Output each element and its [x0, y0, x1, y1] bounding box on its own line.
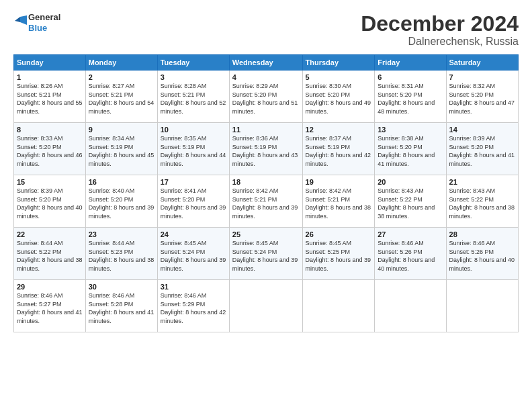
day-info: Sunrise: 8:28 AMSunset: 5:21 PMDaylight:…	[161, 83, 226, 115]
table-row: 26 Sunrise: 8:45 AMSunset: 5:25 PMDaylig…	[302, 228, 375, 280]
svg-marker-1	[15, 17, 20, 22]
table-row	[302, 280, 375, 332]
day-info: Sunrise: 8:29 AMSunset: 5:20 PMDaylight:…	[232, 83, 298, 115]
day-number: 29	[17, 283, 83, 291]
day-number: 14	[449, 126, 515, 134]
table-row	[229, 280, 302, 332]
day-number: 23	[89, 230, 154, 238]
day-info: Sunrise: 8:43 AMSunset: 5:22 PMDaylight:…	[449, 187, 515, 220]
table-row: 19 Sunrise: 8:42 AMSunset: 5:21 PMDaylig…	[302, 175, 375, 228]
table-row: 14 Sunrise: 8:39 AMSunset: 5:20 PMDaylig…	[446, 123, 518, 175]
table-row: 18 Sunrise: 8:42 AMSunset: 5:21 PMDaylig…	[229, 175, 302, 228]
table-row: 25 Sunrise: 8:45 AMSunset: 5:24 PMDaylig…	[229, 228, 302, 280]
day-info: Sunrise: 8:44 AMSunset: 5:22 PMDaylight:…	[17, 240, 83, 272]
table-row: 8 Sunrise: 8:33 AMSunset: 5:20 PMDayligh…	[14, 123, 86, 175]
day-info: Sunrise: 8:46 AMSunset: 5:27 PMDaylight:…	[17, 292, 83, 324]
day-info: Sunrise: 8:30 AMSunset: 5:20 PMDaylight:…	[306, 83, 371, 115]
day-number: 1	[17, 73, 83, 81]
day-info: Sunrise: 8:40 AMSunset: 5:20 PMDaylight:…	[89, 187, 154, 220]
calendar-header-row: Sunday Monday Tuesday Wednesday Thursday…	[14, 55, 519, 71]
table-row: 5 Sunrise: 8:30 AMSunset: 5:20 PMDayligh…	[302, 71, 375, 123]
day-number: 19	[306, 178, 372, 186]
table-row: 31 Sunrise: 8:46 AMSunset: 5:29 PMDaylig…	[157, 280, 229, 332]
col-thursday: Thursday	[302, 55, 375, 71]
table-row	[446, 280, 518, 332]
table-row: 24 Sunrise: 8:45 AMSunset: 5:24 PMDaylig…	[157, 228, 229, 280]
table-row: 6 Sunrise: 8:31 AMSunset: 5:20 PMDayligh…	[375, 71, 446, 123]
table-row	[375, 280, 446, 332]
day-number: 16	[89, 178, 154, 186]
col-monday: Monday	[85, 55, 157, 71]
logo: General Blue	[13, 12, 60, 33]
day-number: 8	[17, 126, 83, 134]
table-row: 13 Sunrise: 8:38 AMSunset: 5:20 PMDaylig…	[375, 123, 446, 175]
table-row: 4 Sunrise: 8:29 AMSunset: 5:20 PMDayligh…	[229, 71, 302, 123]
day-info: Sunrise: 8:41 AMSunset: 5:20 PMDaylight:…	[161, 187, 226, 220]
table-row: 28 Sunrise: 8:46 AMSunset: 5:26 PMDaylig…	[446, 228, 518, 280]
table-row: 27 Sunrise: 8:46 AMSunset: 5:26 PMDaylig…	[375, 228, 446, 280]
day-number: 9	[89, 126, 154, 134]
title-block: December 2024 Dalnerechensk, Russia	[361, 12, 519, 48]
day-info: Sunrise: 8:39 AMSunset: 5:20 PMDaylight:…	[449, 135, 515, 167]
day-info: Sunrise: 8:46 AMSunset: 5:26 PMDaylight:…	[449, 240, 515, 272]
day-info: Sunrise: 8:35 AMSunset: 5:19 PMDaylight:…	[161, 135, 226, 167]
day-info: Sunrise: 8:44 AMSunset: 5:23 PMDaylight:…	[89, 240, 154, 272]
table-row: 2 Sunrise: 8:27 AMSunset: 5:21 PMDayligh…	[85, 71, 157, 123]
day-info: Sunrise: 8:31 AMSunset: 5:20 PMDaylight:…	[378, 83, 435, 115]
calendar-week-row: 22 Sunrise: 8:44 AMSunset: 5:22 PMDaylig…	[14, 228, 519, 280]
logo-bird-icon	[13, 15, 27, 30]
calendar-week-row: 1 Sunrise: 8:26 AMSunset: 5:21 PMDayligh…	[14, 71, 519, 123]
day-number: 17	[161, 178, 226, 186]
day-number: 13	[378, 126, 443, 134]
day-number: 11	[232, 126, 300, 134]
table-row: 3 Sunrise: 8:28 AMSunset: 5:21 PMDayligh…	[157, 71, 229, 123]
table-row: 23 Sunrise: 8:44 AMSunset: 5:23 PMDaylig…	[85, 228, 157, 280]
table-row: 16 Sunrise: 8:40 AMSunset: 5:20 PMDaylig…	[85, 175, 157, 228]
day-number: 12	[306, 126, 372, 134]
table-row: 17 Sunrise: 8:41 AMSunset: 5:20 PMDaylig…	[157, 175, 229, 228]
svg-marker-0	[20, 15, 27, 25]
day-info: Sunrise: 8:43 AMSunset: 5:22 PMDaylight:…	[378, 187, 435, 220]
day-number: 24	[161, 230, 226, 238]
col-sunday: Sunday	[14, 55, 86, 71]
table-row: 12 Sunrise: 8:37 AMSunset: 5:19 PMDaylig…	[302, 123, 375, 175]
calendar-week-row: 8 Sunrise: 8:33 AMSunset: 5:20 PMDayligh…	[14, 123, 519, 175]
day-number: 28	[449, 230, 515, 238]
day-info: Sunrise: 8:33 AMSunset: 5:20 PMDaylight:…	[17, 135, 83, 167]
day-number: 30	[89, 283, 154, 291]
day-info: Sunrise: 8:45 AMSunset: 5:25 PMDaylight:…	[306, 240, 371, 272]
day-info: Sunrise: 8:34 AMSunset: 5:19 PMDaylight:…	[89, 135, 154, 167]
day-number: 18	[232, 178, 300, 186]
day-info: Sunrise: 8:46 AMSunset: 5:29 PMDaylight:…	[161, 292, 226, 324]
day-info: Sunrise: 8:37 AMSunset: 5:19 PMDaylight:…	[306, 135, 371, 167]
day-number: 5	[306, 73, 372, 81]
logo-general-text: General	[28, 12, 60, 23]
col-tuesday: Tuesday	[157, 55, 229, 71]
table-row: 10 Sunrise: 8:35 AMSunset: 5:19 PMDaylig…	[157, 123, 229, 175]
table-row: 21 Sunrise: 8:43 AMSunset: 5:22 PMDaylig…	[446, 175, 518, 228]
table-row: 29 Sunrise: 8:46 AMSunset: 5:27 PMDaylig…	[14, 280, 86, 332]
table-row: 30 Sunrise: 8:46 AMSunset: 5:28 PMDaylig…	[85, 280, 157, 332]
day-info: Sunrise: 8:36 AMSunset: 5:19 PMDaylight:…	[232, 135, 298, 167]
calendar-week-row: 15 Sunrise: 8:39 AMSunset: 5:20 PMDaylig…	[14, 175, 519, 228]
table-row: 9 Sunrise: 8:34 AMSunset: 5:19 PMDayligh…	[85, 123, 157, 175]
logo-blue-text: Blue	[28, 23, 60, 34]
day-info: Sunrise: 8:46 AMSunset: 5:26 PMDaylight:…	[378, 240, 435, 272]
day-number: 26	[306, 230, 372, 238]
day-info: Sunrise: 8:46 AMSunset: 5:28 PMDaylight:…	[89, 292, 154, 324]
col-wednesday: Wednesday	[229, 55, 302, 71]
day-number: 10	[161, 126, 226, 134]
day-info: Sunrise: 8:42 AMSunset: 5:21 PMDaylight:…	[306, 187, 371, 220]
day-info: Sunrise: 8:45 AMSunset: 5:24 PMDaylight:…	[232, 240, 298, 272]
logo-container: General Blue	[13, 12, 60, 33]
page: General Blue December 2024 Dalnerechensk…	[0, 0, 532, 411]
day-info: Sunrise: 8:27 AMSunset: 5:21 PMDaylight:…	[89, 83, 154, 115]
col-saturday: Saturday	[446, 55, 518, 71]
table-row: 11 Sunrise: 8:36 AMSunset: 5:19 PMDaylig…	[229, 123, 302, 175]
table-row: 1 Sunrise: 8:26 AMSunset: 5:21 PMDayligh…	[14, 71, 86, 123]
day-info: Sunrise: 8:45 AMSunset: 5:24 PMDaylight:…	[161, 240, 226, 272]
day-number: 20	[378, 178, 443, 186]
subtitle: Dalnerechensk, Russia	[361, 36, 519, 48]
day-info: Sunrise: 8:38 AMSunset: 5:20 PMDaylight:…	[378, 135, 435, 167]
day-number: 22	[17, 230, 83, 238]
